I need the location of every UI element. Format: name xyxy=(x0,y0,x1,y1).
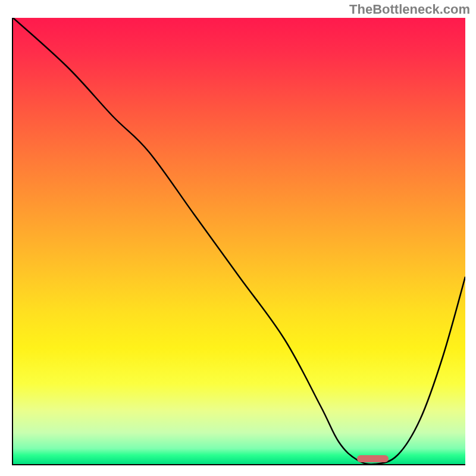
watermark-text: TheBottleneck.com xyxy=(349,2,470,17)
optimal-range-marker xyxy=(357,455,389,462)
curve-layer xyxy=(13,18,465,464)
bottleneck-chart: TheBottleneck.com xyxy=(0,0,476,476)
bottleneck-curve-path xyxy=(13,18,465,464)
plot-area xyxy=(12,18,465,465)
